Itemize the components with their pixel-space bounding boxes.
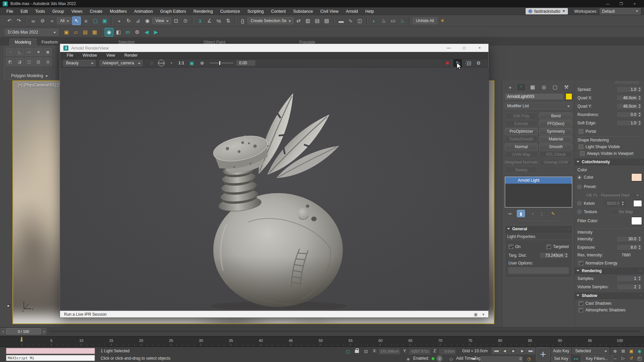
renderview-title-bar[interactable]: 3 Arnold RenderView — □ × — [60, 44, 488, 52]
utility-gear-icon[interactable]: ⚙ — [133, 28, 142, 37]
renderview-close-button[interactable]: × — [476, 46, 483, 50]
select-and-place-icon[interactable]: ◉ — [143, 16, 152, 25]
kelvin-radio[interactable] — [577, 201, 582, 205]
lighting-analysis-icon[interactable]: ☀ — [438, 16, 447, 25]
mirror-icon[interactable]: ⇄ — [294, 16, 303, 25]
always-visible-checkbox[interactable] — [580, 151, 585, 156]
modifier-button[interactable]: FFD(box) — [539, 120, 572, 127]
make-unique-icon[interactable]: ◑ — [528, 210, 536, 217]
color-radio[interactable] — [577, 175, 582, 180]
coord-system-dropdown[interactable]: View — [152, 17, 171, 24]
modifier-button[interactable]: Weighted Normals — [505, 159, 538, 166]
ribbon-panel-caption[interactable]: Polygon Modeling — [6, 73, 53, 79]
snapshot-icon[interactable]: ⊛ — [198, 59, 206, 67]
y-coordinate-field[interactable]: -6207.971c — [409, 348, 431, 354]
menu-item[interactable]: Modifiers — [106, 8, 130, 15]
spread-field[interactable]: 1.0▲▼ — [616, 86, 642, 93]
ribbon-tool-icon[interactable]: ◫ — [25, 58, 33, 66]
render-production-icon[interactable]: ♨ — [398, 16, 407, 25]
maxscript-mini-listener[interactable] — [6, 348, 95, 354]
ribbon-tab[interactable]: Modeling — [9, 39, 37, 46]
display-tab-icon[interactable]: ▢ — [550, 83, 560, 91]
key-filters-button[interactable]: Key Filters... — [581, 355, 613, 362]
fov-icon[interactable]: ◉ — [636, 348, 643, 354]
render-settings-gear-icon[interactable]: ⚙ — [474, 59, 483, 67]
modifier-list-dropdown[interactable]: Modifier List — [505, 103, 572, 109]
zoom-extents-icon[interactable]: ▣ — [628, 348, 635, 354]
save-project-icon[interactable]: ▣ — [62, 28, 71, 37]
menu-item[interactable]: Content — [267, 8, 289, 15]
motion-tab-icon[interactable]: ◎ — [539, 83, 548, 91]
select-and-move-icon[interactable]: + — [115, 16, 123, 25]
selection-lock-icon[interactable] — [355, 350, 359, 353]
spinner-snap-icon[interactable]: ⇅ — [224, 16, 232, 25]
named-selection-sets-icon[interactable]: {} — [238, 16, 247, 25]
rendered-frame-icon[interactable]: ▭ — [389, 16, 397, 25]
stack-item-arnold-light[interactable]: Arnold Light — [505, 177, 572, 184]
targ-dist-field[interactable]: 73.243cm▲▼ — [540, 252, 569, 258]
modifier-button[interactable]: Smooth — [539, 143, 572, 150]
spinner-icon[interactable]: ▲▼ — [565, 253, 568, 258]
material-editor-icon[interactable]: ◐ — [370, 16, 379, 25]
exposure-slider-handle[interactable] — [219, 61, 221, 65]
renderview-menu-item[interactable]: File — [62, 52, 78, 58]
modifier-button[interactable]: Sweep — [505, 167, 538, 173]
close-button[interactable]: × — [628, 0, 641, 7]
zoom-icon[interactable]: ⊕ — [611, 348, 619, 354]
on-checkbox[interactable] — [508, 244, 513, 249]
save-image-icon[interactable]: ▣ — [474, 312, 478, 317]
renderview-menu-item[interactable]: View — [102, 52, 120, 58]
user-account-chip[interactable]: fasttrackstudio — [526, 8, 568, 14]
viewport-label[interactable]: [+] [PhysCamera001] [S — [18, 83, 61, 87]
menu-item[interactable]: Tools — [32, 8, 49, 15]
modifier-button[interactable]: Symmetry — [539, 128, 572, 135]
previous-frame-icon[interactable]: ◀| — [500, 348, 509, 354]
menu-item[interactable]: File — [3, 8, 17, 15]
named-selection-dropdown[interactable]: Create Selection Se — [248, 17, 293, 24]
ribbon-tab[interactable]: Freeform — [37, 39, 63, 46]
open-folder-icon[interactable]: ▱ — [71, 28, 80, 37]
set-key-button[interactable]: Set Key — [551, 355, 571, 362]
restore-button[interactable]: ❐ — [614, 0, 628, 7]
ribbon-tool-icon[interactable]: ◺ — [15, 48, 24, 56]
select-object-icon[interactable]: ↖ — [72, 16, 81, 25]
menu-item[interactable]: Scripting — [244, 8, 267, 15]
menu-item[interactable]: Arnold — [342, 8, 362, 15]
redo-icon[interactable]: ↷ — [14, 16, 23, 25]
maximize-viewport-icon[interactable]: ◰ — [636, 355, 643, 361]
atmospheric-shadows-checkbox[interactable] — [579, 308, 583, 312]
cast-shadows-checkbox[interactable] — [579, 301, 583, 306]
ribbon-tool-icon[interactable]: ◼ — [44, 48, 52, 56]
selection-set-dropdown[interactable]: Selected — [572, 348, 609, 354]
shadow-rollout-header[interactable]: Shadow∷ — [575, 292, 644, 299]
modifier-button[interactable]: Bend — [539, 113, 572, 119]
menu-item[interactable]: Customize — [216, 8, 244, 15]
time-configuration-icon[interactable]: ◷ — [525, 355, 533, 362]
ribbon-tool-icon[interactable]: ▭ — [25, 48, 33, 56]
create-tab-icon[interactable]: + — [505, 83, 515, 91]
auto-key-button[interactable]: Auto Key — [551, 348, 571, 354]
rectangular-selection-icon[interactable]: ▢ — [91, 16, 100, 25]
modifier-button[interactable]: TurboSmooth — [505, 136, 538, 142]
x-coordinate-field[interactable]: -191.696cm — [378, 348, 400, 354]
render-canvas[interactable] — [60, 67, 488, 311]
renderview-menu-item[interactable]: Window — [78, 52, 102, 58]
minimize-button[interactable]: — — [601, 0, 614, 7]
layer-explorer-icon[interactable]: ▧ — [322, 16, 331, 25]
modifier-button[interactable]: Extrude — [505, 120, 538, 127]
select-and-scale-icon[interactable]: ⊿ — [133, 16, 142, 25]
menu-item[interactable]: Rendering — [190, 8, 217, 15]
modifier-button[interactable]: ProOptimizer — [505, 128, 538, 135]
enabled-count-badge[interactable]: 0 — [437, 356, 442, 361]
utilities-tab-icon[interactable]: ⚒ — [561, 83, 571, 91]
menu-item[interactable]: Substance — [289, 8, 317, 15]
next-frame-slider-button[interactable]: › — [42, 328, 46, 335]
snaps-toggle-icon[interactable]: 3 — [196, 16, 204, 25]
ribbon-tool-icon[interactable]: ◍ — [44, 58, 52, 66]
modifier-button[interactable]: Edit Poly — [505, 113, 538, 119]
menu-item[interactable]: Create — [86, 8, 106, 15]
align-icon[interactable]: ▥ — [304, 16, 312, 25]
angle-snap-icon[interactable]: ∠ — [205, 16, 214, 25]
samples-field[interactable]: 1▲▼ — [616, 276, 642, 282]
preset-radio[interactable] — [577, 185, 582, 189]
